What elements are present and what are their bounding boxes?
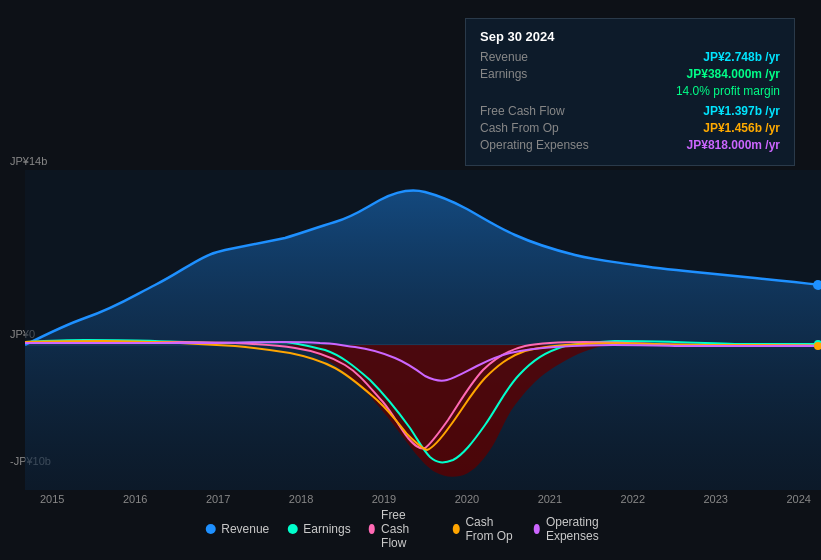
fcf-value: JP¥1.397b /yr — [703, 104, 780, 118]
cashfromop-label: Cash From Op — [480, 121, 559, 135]
revenue-label: Revenue — [480, 50, 528, 64]
legend-dot-opex — [534, 524, 540, 534]
x-label-2019: 2019 — [372, 493, 396, 505]
fcf-row: Free Cash Flow JP¥1.397b /yr — [480, 104, 780, 118]
profit-margin-value: 14.0% profit margin — [676, 84, 780, 98]
opex-label: Operating Expenses — [480, 138, 589, 152]
legend-cashfromop: Cash From Op — [453, 515, 515, 543]
x-label-2021: 2021 — [538, 493, 562, 505]
legend-dot-fcf — [369, 524, 375, 534]
y-label-top: JP¥14b — [10, 155, 47, 167]
opex-row: Operating Expenses JP¥818.000m /yr — [480, 138, 780, 152]
legend-dot-cashfromop — [453, 524, 459, 534]
revenue-row: Revenue JP¥2.748b /yr — [480, 50, 780, 64]
x-label-2023: 2023 — [704, 493, 728, 505]
opex-value: JP¥818.000m /yr — [687, 138, 780, 152]
legend-revenue: Revenue — [205, 522, 269, 536]
cashfromop-row: Cash From Op JP¥1.456b /yr — [480, 121, 780, 135]
legend-label-opex: Operating Expenses — [546, 515, 616, 543]
x-label-2017: 2017 — [206, 493, 230, 505]
chart-legend: Revenue Earnings Free Cash Flow Cash Fro… — [205, 508, 616, 550]
x-label-2020: 2020 — [455, 493, 479, 505]
legend-label-revenue: Revenue — [221, 522, 269, 536]
profit-margin-row: 14.0% profit margin — [480, 84, 780, 101]
x-label-2015: 2015 — [40, 493, 64, 505]
legend-label-cashfromop: Cash From Op — [465, 515, 515, 543]
fcf-label: Free Cash Flow — [480, 104, 565, 118]
earnings-label: Earnings — [480, 67, 527, 81]
legend-earnings: Earnings — [287, 522, 350, 536]
chart-svg — [25, 170, 821, 490]
legend-label-fcf: Free Cash Flow — [381, 508, 435, 550]
earnings-value: JP¥384.000m /yr — [687, 67, 780, 81]
date-header: Sep 30 2024 — [480, 29, 780, 44]
x-label-2018: 2018 — [289, 493, 313, 505]
x-label-2022: 2022 — [621, 493, 645, 505]
earnings-row: Earnings JP¥384.000m /yr — [480, 67, 780, 81]
legend-label-earnings: Earnings — [303, 522, 350, 536]
legend-fcf: Free Cash Flow — [369, 508, 435, 550]
legend-opex: Operating Expenses — [534, 515, 616, 543]
info-box: Sep 30 2024 Revenue JP¥2.748b /yr Earnin… — [465, 18, 795, 166]
legend-dot-revenue — [205, 524, 215, 534]
x-label-2024: 2024 — [786, 493, 810, 505]
revenue-value: JP¥2.748b /yr — [703, 50, 780, 64]
x-label-2016: 2016 — [123, 493, 147, 505]
cashfromop-value: JP¥1.456b /yr — [703, 121, 780, 135]
legend-dot-earnings — [287, 524, 297, 534]
